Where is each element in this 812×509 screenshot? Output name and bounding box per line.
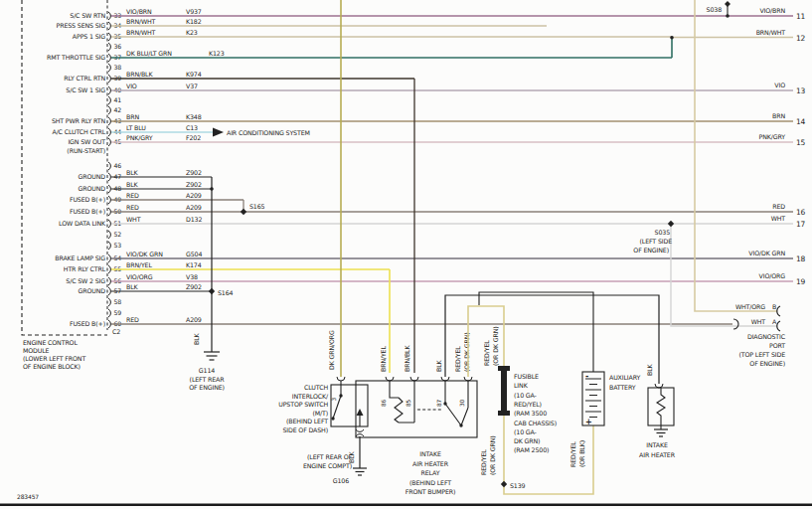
pin-signal-label: S/C SW 2 SIG — [66, 277, 105, 284]
svg-text:FUSIBLE: FUSIBLE — [514, 373, 539, 380]
ecm-box-outline — [22, 0, 107, 335]
relay-box — [356, 381, 477, 437]
wire-color-label: BRN/BLK — [126, 71, 153, 78]
wire-color-label: BRN/WHT — [126, 29, 156, 36]
wire-color-label: VIO/BRN — [126, 8, 152, 15]
svg-text:PORT: PORT — [769, 342, 785, 349]
svg-text:(RAM 2500): (RAM 2500) — [514, 446, 549, 453]
pin-number: 38 — [114, 64, 122, 71]
pin-signal-label: RMT THROTTLE SIG — [47, 54, 105, 61]
wire-whtorg-to-port-b — [695, 0, 777, 311]
circuit-code-label: K974 — [186, 71, 202, 78]
edge-exit-number: 16 — [796, 208, 806, 217]
ground-symbol-g114 — [204, 352, 220, 360]
edge-exit-number: 18 — [796, 254, 806, 263]
splice-s139-label: S139 — [510, 482, 526, 489]
wire-color-label: DK BLU/LT GRN — [126, 50, 172, 57]
wire-color-label: LT BLU — [126, 124, 146, 131]
edge-wire-color-label: VIO/BRN — [759, 7, 785, 14]
pin-number: 46 — [114, 162, 122, 169]
wire-color-label: VIO — [126, 83, 137, 89]
svg-text:(OR BLK): (OR BLK) — [578, 440, 585, 467]
pin-bracket-icon — [108, 117, 110, 125]
pin-bracket-icon — [108, 138, 110, 146]
svg-text:(OR DK GRN): (OR DK GRN) — [489, 435, 496, 475]
svg-text:86: 86 — [381, 400, 387, 408]
splice-s035-diamond — [668, 221, 674, 227]
connector-half-icon — [777, 321, 780, 331]
pin-bracket-icon — [108, 277, 110, 285]
pin-signal-label: BRAKE LAMP SIG — [55, 254, 105, 261]
pin-bracket-icon — [108, 196, 110, 204]
svg-text:OF ENGINE): OF ENGINE) — [633, 247, 669, 254]
pin-signal-label: A/C CLUTCH CTRL — [52, 128, 105, 135]
port-b-terminal: B — [772, 303, 776, 310]
circuit-code-label: A209 — [186, 192, 202, 199]
svg-text:(OR DK GRN): (OR DK GRN) — [492, 326, 499, 366]
pin-bracket-icon — [108, 320, 110, 328]
pin-bracket-icon — [108, 173, 110, 181]
junction-dot — [670, 36, 674, 40]
pin-bracket-icon — [108, 220, 110, 228]
edge-exit-number: 14 — [796, 117, 806, 126]
pin-bracket-icon — [108, 185, 110, 193]
circuit-code-label: K182 — [186, 18, 202, 25]
port-b-wire-label: WHT/ORG — [735, 303, 765, 310]
circuit-code-label: Z902 — [186, 181, 202, 188]
svg-text:(10 GA-: (10 GA- — [514, 428, 537, 435]
ground-symbol-heater — [654, 429, 668, 436]
clutch-pin-label: 3 — [331, 398, 337, 402]
edge-exit-number: 17 — [796, 220, 806, 229]
connector-half-icon — [464, 377, 472, 381]
port-a-terminal: A — [772, 318, 777, 325]
circuit-code-label: A209 — [186, 316, 202, 323]
junction-dot — [726, 14, 730, 18]
page-bottom-rule — [0, 504, 812, 507]
edge-wire-color-label: RED — [772, 203, 785, 210]
pin-number: 52 — [114, 231, 122, 238]
edge-wire-color-label: BRN/WHT — [756, 29, 786, 36]
pin-bracket-icon — [108, 86, 110, 94]
clutch-interlock-switch: 3 DK GRN/ORG CLUTCH INTERLOCK/ UPSTOP SW… — [278, 330, 368, 484]
pin-bracket-icon — [108, 208, 110, 216]
svg-text:OF ENGINE): OF ENGINE) — [749, 360, 785, 367]
pin-signal-label: S/C SW RTN — [70, 12, 105, 19]
svg-text:30: 30 — [459, 400, 465, 408]
pin-signal-label: S/C SW 1 SIG — [66, 86, 105, 93]
battery-plus: + — [585, 418, 592, 426]
edge-wire-color-label: PNK/GRY — [759, 133, 786, 140]
splice-s164-label: S164 — [218, 289, 234, 296]
svg-text:RED/YEL: RED/YEL — [483, 340, 490, 366]
pin-bracket-icon — [108, 22, 110, 30]
connector-half-icon — [386, 377, 394, 381]
pin-bracket-icon — [108, 54, 110, 62]
svg-text:RED/YEL: RED/YEL — [454, 346, 461, 372]
svg-text:AUXILIARY: AUXILIARY — [609, 374, 641, 381]
pin-signal-label: GROUND — [79, 287, 106, 294]
wiring-diagram-page: C2 ENGINE CONTROL MODULE (LOWER LEFT FRO… — [0, 0, 812, 509]
pin-signal-label: IGN SW OUT — [68, 138, 105, 145]
pin-bracket-icon — [108, 162, 110, 170]
pin-bracket-icon — [108, 106, 110, 114]
g106-label: G106 — [333, 477, 349, 484]
pin-signal-label: (RUN-START) — [67, 147, 105, 154]
svg-text:OF ENGINE BLOCK): OF ENGINE BLOCK) — [23, 363, 81, 370]
wire-color-label: RED — [126, 192, 139, 199]
pin-bracket-icon — [108, 12, 110, 20]
svg-text:INTERLOCK/: INTERLOCK/ — [292, 393, 329, 400]
splice-s035-label: S035 — [655, 229, 671, 236]
connector-half-icon — [777, 306, 780, 316]
fusible-link-bar — [501, 369, 507, 413]
circuit-code-label: K348 — [186, 113, 202, 120]
intake-air-heater: BLK INTAKE AIR HEATER — [639, 363, 676, 457]
pin-bracket-icon — [108, 231, 110, 239]
wire-color-label: VIO/DK GRN — [126, 251, 163, 257]
svg-text:(RAM 3500: (RAM 3500 — [514, 410, 547, 417]
pin-bracket-icon — [108, 309, 110, 317]
clutch-wire-label: DK GRN/ORG — [328, 330, 335, 370]
battery-minus: - — [585, 372, 588, 381]
pin-rows: 33S/C SW RTNVIO/BRNV93734PRESS SENS SIGB… — [47, 7, 806, 329]
pin-number: 42 — [114, 106, 122, 113]
wire-color-label: PNK/GRY — [126, 134, 153, 141]
svg-text:MODULE: MODULE — [23, 347, 50, 354]
